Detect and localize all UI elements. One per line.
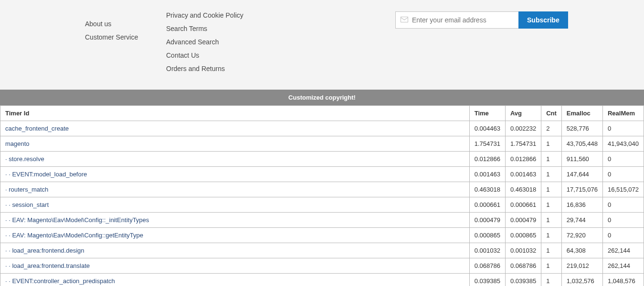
- email-input[interactable]: [412, 16, 514, 24]
- newsletter-form: Subscribe: [395, 11, 644, 29]
- cell-avg: 0.463018: [505, 182, 541, 197]
- table-row: cache_frontend_create0.0044630.002232252…: [0, 121, 644, 136]
- cell-realmem: 1,048,576: [602, 274, 644, 286]
- cell-id: cache_frontend_create: [0, 121, 470, 136]
- col-cnt: Cnt: [541, 106, 562, 121]
- cell-time: 0.001032: [469, 243, 505, 258]
- table-row: · · EAV: Magento\Eav\Model\Config::_init…: [0, 213, 644, 228]
- cell-id: · routers_match: [0, 182, 470, 197]
- table-row: · · load_area:frontend.translate0.068786…: [0, 258, 644, 274]
- cell-avg: 0.012866: [505, 152, 541, 167]
- cell-id: · · load_area:frontend.translate: [0, 258, 470, 274]
- table-row: · · load_area:frontend.design0.0010320.0…: [0, 243, 644, 258]
- cell-emalloc: 64,308: [561, 243, 602, 258]
- cell-cnt: 1: [541, 213, 562, 228]
- table-row: · routers_match0.4630180.463018117,715,0…: [0, 182, 644, 197]
- cell-cnt: 1: [541, 243, 562, 258]
- footer-col-newsletter: Subscribe: [395, 11, 644, 78]
- table-row: · store.resolve0.0128660.0128661911,5600: [0, 152, 644, 167]
- cell-emalloc: 528,776: [561, 121, 602, 136]
- cell-realmem: 0: [602, 228, 644, 243]
- cell-cnt: 1: [541, 182, 562, 197]
- cell-cnt: 1: [541, 197, 562, 213]
- col-emalloc: Emalloc: [561, 106, 602, 121]
- cell-realmem: 41,943,040: [602, 136, 644, 152]
- footer-link[interactable]: Privacy and Cookie Policy: [166, 11, 395, 19]
- footer-link[interactable]: Search Terms: [166, 25, 395, 32]
- cell-realmem: 16,515,072: [602, 182, 644, 197]
- cell-emalloc: 219,012: [561, 258, 602, 274]
- footer-link[interactable]: Orders and Returns: [166, 65, 395, 72]
- cell-emalloc: 17,715,076: [561, 182, 602, 197]
- cell-emalloc: 16,836: [561, 197, 602, 213]
- cell-emalloc: 29,744: [561, 213, 602, 228]
- cell-id: · · session_start: [0, 197, 470, 213]
- cell-avg: 0.000865: [505, 228, 541, 243]
- cell-time: 0.012866: [469, 152, 505, 167]
- copyright-bar: Customized copyright!: [0, 90, 644, 105]
- cell-avg: 0.001032: [505, 243, 541, 258]
- table-row: · · session_start0.0006610.000661116,836…: [0, 197, 644, 213]
- email-input-container: [395, 11, 518, 29]
- profiler-thead: Timer Id Time Avg Cnt Emalloc RealMem: [0, 106, 644, 121]
- cell-avg: 0.002232: [505, 121, 541, 136]
- table-row: magento1.7547311.754731143,705,44841,943…: [0, 136, 644, 152]
- cell-cnt: 1: [541, 167, 562, 182]
- footer-link[interactable]: About us: [85, 20, 166, 28]
- cell-time: 0.001463: [469, 167, 505, 182]
- cell-realmem: 262,144: [602, 258, 644, 274]
- cell-realmem: 0: [602, 197, 644, 213]
- cell-avg: 0.001463: [505, 167, 541, 182]
- mail-icon: [401, 17, 412, 24]
- cell-id: · · EAV: Magento\Eav\Model\Config::getEn…: [0, 228, 470, 243]
- col-realmem: RealMem: [602, 106, 644, 121]
- col-avg: Avg: [505, 106, 541, 121]
- cell-emalloc: 911,560: [561, 152, 602, 167]
- cell-id: · store.resolve: [0, 152, 470, 167]
- cell-id: · · EVENT:model_load_before: [0, 167, 470, 182]
- footer-columns: About usCustomer Service Privacy and Coo…: [85, 11, 644, 78]
- cell-time: 1.754731: [469, 136, 505, 152]
- cell-avg: 0.039385: [505, 274, 541, 286]
- cell-emalloc: 147,644: [561, 167, 602, 182]
- footer-col-2: Privacy and Cookie PolicySearch TermsAdv…: [166, 11, 395, 78]
- cell-cnt: 1: [541, 274, 562, 286]
- cell-id: · · load_area:frontend.design: [0, 243, 470, 258]
- cell-realmem: 262,144: [602, 243, 644, 258]
- cell-time: 0.000865: [469, 228, 505, 243]
- table-row: · · EVENT:model_load_before0.0014630.001…: [0, 167, 644, 182]
- profiler-table: Timer Id Time Avg Cnt Emalloc RealMem ca…: [0, 105, 644, 286]
- profiler-header-row: Timer Id Time Avg Cnt Emalloc RealMem: [0, 106, 644, 121]
- cell-time: 0.004463: [469, 121, 505, 136]
- cell-time: 0.000479: [469, 213, 505, 228]
- cell-emalloc: 1,032,576: [561, 274, 602, 286]
- cell-cnt: 1: [541, 258, 562, 274]
- cell-realmem: 0: [602, 167, 644, 182]
- profiler-tbody: cache_frontend_create0.0044630.002232252…: [0, 121, 644, 286]
- cell-emalloc: 72,920: [561, 228, 602, 243]
- cell-emalloc: 43,705,448: [561, 136, 602, 152]
- cell-id: magento: [0, 136, 470, 152]
- cell-cnt: 1: [541, 228, 562, 243]
- footer-link[interactable]: Contact Us: [166, 51, 395, 59]
- table-row: · · EVENT:controller_action_predispatch0…: [0, 274, 644, 286]
- cell-cnt: 2: [541, 121, 562, 136]
- cell-id: · · EAV: Magento\Eav\Model\Config::_init…: [0, 213, 470, 228]
- col-timer-id: Timer Id: [0, 106, 470, 121]
- footer-col-1: About usCustomer Service: [85, 11, 166, 78]
- cell-cnt: 1: [541, 152, 562, 167]
- footer-link[interactable]: Customer Service: [85, 33, 166, 41]
- table-row: · · EAV: Magento\Eav\Model\Config::getEn…: [0, 228, 644, 243]
- cell-realmem: 0: [602, 213, 644, 228]
- footer: About usCustomer Service Privacy and Coo…: [0, 0, 644, 90]
- col-time: Time: [469, 106, 505, 121]
- cell-realmem: 0: [602, 152, 644, 167]
- cell-id: · · EVENT:controller_action_predispatch: [0, 274, 470, 286]
- subscribe-button[interactable]: Subscribe: [518, 11, 568, 29]
- footer-link[interactable]: Advanced Search: [166, 38, 395, 46]
- cell-time: 0.068786: [469, 258, 505, 274]
- cell-cnt: 1: [541, 136, 562, 152]
- cell-time: 0.463018: [469, 182, 505, 197]
- cell-realmem: 0: [602, 121, 644, 136]
- cell-avg: 0.000661: [505, 197, 541, 213]
